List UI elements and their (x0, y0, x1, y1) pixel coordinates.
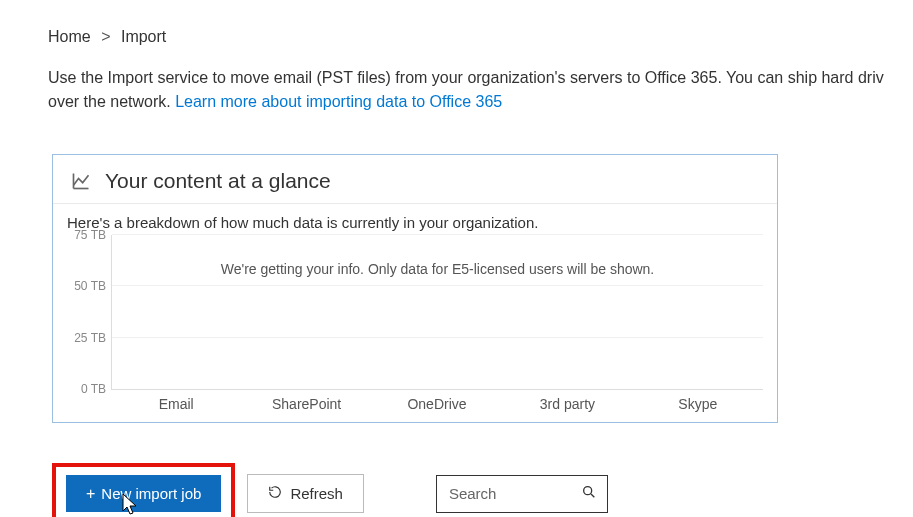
grid-line (112, 285, 763, 286)
search-box[interactable] (436, 475, 608, 513)
x-axis-label: Skype (633, 396, 763, 412)
y-axis-tick-label: 75 TB (74, 228, 106, 242)
refresh-button[interactable]: Refresh (247, 474, 364, 513)
new-import-job-button[interactable]: + New import job (66, 475, 221, 512)
breadcrumb-current: Import (121, 28, 166, 45)
svg-point-2 (584, 487, 592, 495)
refresh-icon (268, 485, 282, 502)
grid-line (112, 234, 763, 235)
card-title: Your content at a glance (105, 169, 331, 193)
description-text-a: Use the Import service to move email (PS… (48, 69, 884, 86)
description-text-b: over the network. (48, 93, 175, 110)
search-icon[interactable] (581, 484, 597, 503)
action-bar: + New import job Refresh (52, 463, 913, 517)
content-glance-card: Your content at a glance Here's a breakd… (52, 154, 778, 423)
breadcrumb-home[interactable]: Home (48, 28, 91, 45)
line-chart-icon (71, 171, 91, 191)
chart-area: We're getting your info. Only data for E… (53, 235, 777, 422)
refresh-label: Refresh (290, 485, 343, 502)
y-axis-tick-label: 50 TB (74, 279, 106, 293)
tutorial-highlight: + New import job (52, 463, 235, 517)
import-page: Home > Import Use the Import service to … (0, 0, 913, 517)
page-description: Use the Import service to move email (PS… (48, 66, 913, 114)
learn-more-link[interactable]: Learn more about importing data to Offic… (175, 93, 502, 110)
x-axis-label: SharePoint (241, 396, 371, 412)
y-axis-tick-label: 0 TB (81, 382, 106, 396)
new-import-job-label: New import job (101, 485, 201, 502)
plus-icon: + (86, 486, 95, 502)
svg-line-3 (591, 494, 594, 497)
search-input[interactable] (447, 484, 557, 503)
x-axis-label: Email (111, 396, 241, 412)
breadcrumb-separator-icon: > (101, 28, 110, 45)
grid-line (112, 337, 763, 338)
y-axis-tick-label: 25 TB (74, 331, 106, 345)
card-subtitle: Here's a breakdown of how much data is c… (53, 204, 777, 235)
x-axis-label: OneDrive (372, 396, 502, 412)
card-header: Your content at a glance (53, 155, 777, 204)
breadcrumb: Home > Import (48, 28, 913, 46)
bar-chart: We're getting your info. Only data for E… (111, 235, 763, 390)
x-axis-label: 3rd party (502, 396, 632, 412)
